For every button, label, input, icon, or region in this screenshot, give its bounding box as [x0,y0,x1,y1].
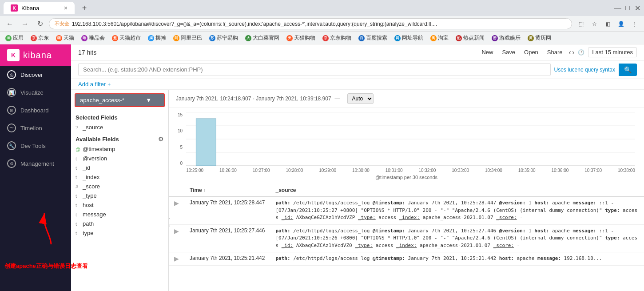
bookmark-vip[interactable]: 唯 唯品会 [80,33,107,43]
bookmark-tmall-shop[interactable]: 天 天猫购物 [285,33,317,43]
discover-label: Discover [20,72,43,78]
visualize-icon: 📊 [7,88,16,97]
bookmark-jd-shop[interactable]: 京 京东购物 [321,33,353,43]
toolbar-icons: ⬚ ☆ ◧ 👤 ⋮ [575,18,640,30]
news-bm-icon: 热 [456,35,462,41]
bookmark-baidu[interactable]: 百 百度搜索 [357,33,389,43]
bookmark-news[interactable]: 热 热点新闻 [454,33,486,43]
source-cell-2: path: /etc/httpd/logs/access_log @timest… [270,224,644,252]
source-col-header[interactable]: _source [270,184,644,196]
share-button[interactable]: Share [545,48,565,57]
new-button[interactable]: New [479,48,496,57]
forward-button[interactable]: → [19,18,31,30]
interval-selector[interactable]: Auto [347,93,374,104]
time-sort-icon: ↑ [203,188,206,193]
index-selector: apache_access-* ▼ [75,93,165,107]
bookmark-huangli[interactable]: 黄 黄历网 [526,33,553,43]
search-input[interactable] [78,63,551,76]
expand-row-1-button[interactable]: ▶ [174,199,179,207]
kibana-favicon: K [11,4,18,12]
bookmark-nav[interactable]: 网 网址导航 [393,33,425,43]
results-thead: Time ↑ _source [169,184,644,196]
back-button[interactable]: ← [4,18,16,30]
field-name-message: message [83,211,106,218]
close-button[interactable]: ✕ [634,5,640,11]
field-type-logtype: t [76,231,80,236]
new-tab-button[interactable]: + [78,2,91,14]
sidebar-item-management[interactable]: ⚙ Management [0,155,71,172]
x-label-13: 10:38:00 [618,168,635,173]
dropdown-arrow-icon: ▼ [146,97,151,104]
search-button[interactable]: 🔍 [619,64,637,76]
browser-tab[interactable]: K Kibana × [4,2,75,14]
top-bar: 17 hits New Save Open Share ‹ › 🕐 Last 1… [71,44,644,60]
extension-icon[interactable]: ◧ [601,18,614,30]
content-area: apache_access-* ▼ Selected Fields ? _sou… [71,90,644,291]
url-bar[interactable]: 不安全 192.168.100.3:5601/app/kibana#/disco… [49,18,572,29]
maximize-button[interactable]: □ [624,5,631,11]
bookmark-game[interactable]: 游 游戏娱乐 [490,33,522,43]
sidebar-item-devtools[interactable]: 🔧 Dev Tools [0,137,71,155]
add-filter-button[interactable]: Add a filter [78,81,106,88]
svg-rect-5 [196,119,216,166]
save-button[interactable]: Save [499,48,518,57]
bookmark-alibaba[interactable]: 阿 阿里巴巴 [171,33,204,43]
sidebar-item-dashboard[interactable]: ⊞ Dashboard [0,101,71,119]
time-next-button[interactable]: › [572,48,574,56]
date-range-display: January 7th 2021, 10:24:18.907 - January… [176,96,331,102]
expand-row-2-button[interactable]: ▶ [174,227,179,235]
visualize-label: Visualize [20,89,44,96]
bookmark-tmall[interactable]: 猫 天猫 [54,33,76,43]
field-score[interactable]: # _score [71,182,168,191]
cast-icon[interactable]: ⬚ [575,18,587,30]
field-id[interactable]: t _id [71,163,168,172]
minimize-button[interactable]: — [615,5,621,11]
field-version[interactable]: t @version [71,154,168,163]
field-path[interactable]: t path [71,219,168,228]
close-tab-icon[interactable]: × [64,4,68,12]
field-index[interactable]: t _index [71,172,168,182]
sidebar-item-discover[interactable]: ◎ Discover [0,66,71,84]
time-picker[interactable]: Last 15 minutes [588,47,637,57]
chart-svg [186,112,635,166]
field-type-item[interactable]: t _type [71,191,168,200]
time-col-header[interactable]: Time ↑ [184,184,270,196]
bookmark-taobao[interactable]: 淘 淘宝 [429,33,450,43]
index-pattern-dropdown[interactable]: apache_access-* ▼ [75,93,165,107]
bookmark-apps[interactable]: ⊞ 应用 [4,33,25,43]
field-logtype[interactable]: t type [71,228,168,238]
sidebar-item-visualize[interactable]: 📊 Visualize [0,84,71,101]
field-type-type: t [76,193,80,199]
refresh-button[interactable]: ↻ [34,18,46,30]
bookmark-jd[interactable]: 京 京东 [29,33,51,43]
sidebar-item-timelion[interactable]: 〜 Timelion [0,119,71,137]
x-label-6: 10:31:00 [386,168,403,173]
chart-area: 10:25:00 10:26:00 10:27:00 10:28:00 10:2… [186,112,635,173]
source-type2-key-2: _type: [355,243,373,248]
field-name-logtype: type [83,230,94,236]
field-timestamp[interactable]: @ @timestamp [71,144,168,154]
collapse-panel-button[interactable]: ❮ [169,217,171,227]
bookmark-tmall-super[interactable]: 超 天猫超市 [110,33,143,43]
table-row: ▶ January 7th 2021, 10:25:21.442 path: /… [169,252,644,266]
kibana-logo-text: kibana [23,50,52,60]
source-field-item[interactable]: ? _source [71,123,168,132]
expand-row-3-button[interactable]: ▶ [174,255,179,262]
index-pattern-value: apache_access-* [80,97,124,104]
bookmark-baitai[interactable]: 摆 摆摊 [146,33,168,43]
available-fields-header: Available Fields ⚙ [71,132,168,144]
bookmark-dabaicai[interactable]: 大 大白菜官网 [243,33,281,43]
field-message[interactable]: t message [71,210,168,219]
time-prev-button[interactable]: ‹ [569,48,571,56]
bookmark-star-icon[interactable]: ☆ [588,18,600,30]
nav-bm-icon: 网 [394,35,401,41]
open-button[interactable]: Open [521,48,541,57]
main-content: 17 hits New Save Open Share ‹ › 🕐 Last 1… [71,44,644,291]
menu-icon[interactable]: ⋮ [628,18,640,30]
bookmark-suning[interactable]: 苏 苏宁易购 [207,33,240,43]
chart-header: January 7th 2021, 10:24:18.907 - January… [169,90,644,108]
lucene-syntax-hint[interactable]: Uses lucene query syntax [554,67,615,73]
field-host[interactable]: t host [71,200,168,210]
profile-icon[interactable]: 👤 [615,18,627,30]
fields-gear-icon[interactable]: ⚙ [158,136,164,143]
